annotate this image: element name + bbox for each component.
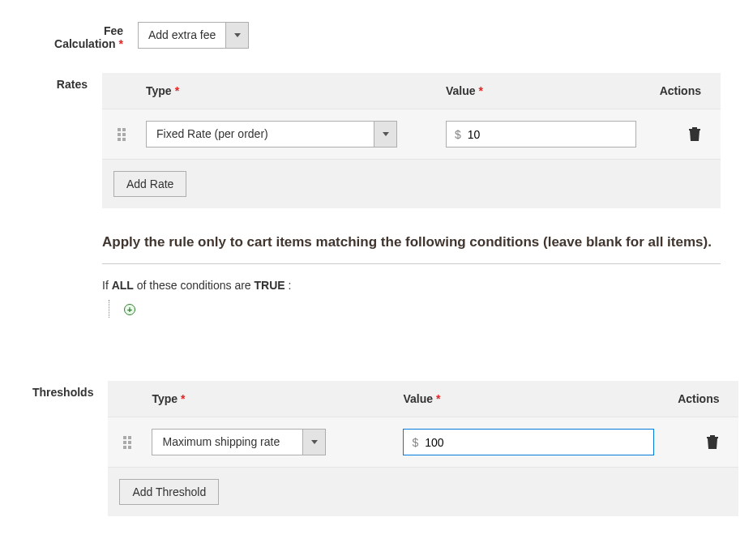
fee-calculation-select-text: Add extra fee: [139, 23, 225, 48]
dropdown-toggle[interactable]: [225, 23, 248, 48]
drag-handle-icon: [123, 436, 131, 449]
conditions-summary: If ALL of these conditions are TRUE :: [102, 279, 721, 292]
threshold-type-select-text: Maximum shipping rate: [152, 430, 302, 455]
thresholds-col-value-header: Value*: [403, 392, 654, 405]
required-asterisk: *: [119, 37, 123, 50]
thresholds-col-type-header: Type*: [152, 392, 403, 405]
currency-symbol: $: [447, 128, 468, 141]
conditions-true[interactable]: TRUE: [255, 279, 285, 292]
dropdown-toggle[interactable]: [302, 430, 325, 455]
conditions-heading: Apply the rule only to cart items matchi…: [102, 233, 721, 264]
threshold-value-field[interactable]: $: [403, 429, 654, 455]
chevron-down-icon: [383, 132, 389, 136]
threshold-value-input[interactable]: [425, 430, 653, 455]
dropdown-toggle[interactable]: [374, 122, 396, 147]
chevron-down-icon: [234, 33, 241, 37]
conditions-tree: +: [109, 300, 721, 318]
fee-calculation-label: Fee Calculation*: [32, 19, 138, 50]
rates-panel: Type* Value* Actions Fixed Rate (per ord…: [102, 73, 721, 208]
add-condition-button[interactable]: +: [124, 304, 135, 315]
rates-col-type-header: Type*: [146, 84, 446, 97]
conditions-all[interactable]: ALL: [112, 279, 134, 292]
rates-col-actions-header: Actions: [636, 84, 701, 97]
add-rate-button[interactable]: Add Rate: [113, 171, 186, 197]
rate-value-input[interactable]: [468, 122, 635, 147]
currency-symbol: $: [404, 436, 425, 449]
thresholds-header-row: Type* Value* Actions: [108, 381, 738, 417]
drag-handle[interactable]: [113, 128, 130, 141]
trash-icon: [706, 435, 719, 450]
rate-type-select[interactable]: Fixed Rate (per order): [146, 121, 397, 147]
rate-row: Fixed Rate (per order) $: [102, 109, 721, 159]
delete-threshold-button[interactable]: [706, 435, 719, 450]
thresholds-panel: Type* Value* Actions Maximum shipping ra…: [108, 381, 738, 516]
rate-type-select-text: Fixed Rate (per order): [147, 122, 374, 147]
fee-calculation-select[interactable]: Add extra fee: [138, 22, 249, 49]
add-threshold-button[interactable]: Add Threshold: [119, 479, 219, 505]
rates-col-value-header: Value*: [446, 84, 636, 97]
drag-handle-icon: [118, 128, 126, 141]
thresholds-col-actions-header: Actions: [654, 392, 719, 405]
thresholds-label: Thresholds: [32, 381, 108, 399]
threshold-row: Maximum shipping rate $: [108, 417, 738, 467]
rates-label: Rates: [32, 73, 102, 91]
rate-value-field[interactable]: $: [446, 121, 636, 147]
drag-handle[interactable]: [119, 436, 135, 449]
rates-header-row: Type* Value* Actions: [102, 73, 721, 109]
trash-icon: [688, 127, 701, 142]
chevron-down-icon: [311, 440, 318, 444]
threshold-type-select[interactable]: Maximum shipping rate: [152, 429, 326, 455]
delete-rate-button[interactable]: [688, 127, 701, 142]
